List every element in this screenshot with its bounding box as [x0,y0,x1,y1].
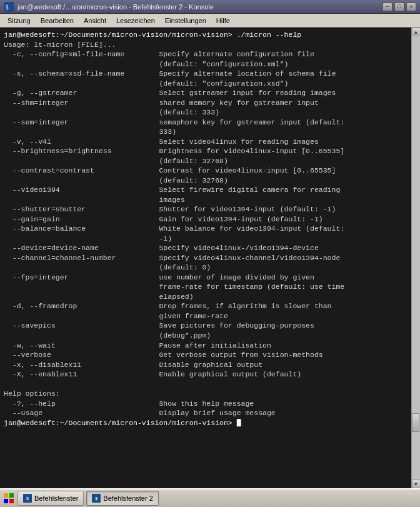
scroll-thumb[interactable] [412,413,419,432]
window-title: jan@wedesoft:/…sion/micron-vision - Befe… [18,3,382,11]
scroll-track[interactable] [412,36,420,479]
scroll-up-arrow[interactable]: ▲ [412,28,421,36]
menu-bar: SitzungBearbeitenAnsichtLesezeichenEinst… [0,14,420,28]
svg-rect-5 [9,499,14,503]
menu-item-ansicht[interactable]: Ansicht [79,16,111,26]
svg-rect-2 [4,493,8,498]
app-icon: $ [4,2,14,12]
scrollbar[interactable]: ▲ ▼ [411,28,420,488]
menu-item-hilfe[interactable]: Hilfe [211,16,235,26]
minimize-button[interactable]: ─ [382,3,392,11]
menu-item-bearbeiten[interactable]: Bearbeiten [36,16,79,26]
taskbar-label-0: Befehlsfenster [34,494,78,502]
svg-rect-3 [9,493,14,498]
taskbar-icon-1: $ [92,494,101,503]
svg-rect-4 [4,499,8,503]
maximize-button[interactable]: □ [394,3,404,11]
close-button[interactable]: ✕ [406,3,416,11]
taskbar-item-1[interactable]: $ Befehlsfenster 2 [86,491,159,506]
scroll-down-arrow[interactable]: ▼ [412,479,421,488]
title-bar: $ jan@wedesoft:/…sion/micron-vision - Be… [0,0,420,14]
taskbar-item-0[interactable]: $ Befehlsfenster [18,491,84,506]
menu-item-lesezeichen[interactable]: Lesezeichen [111,16,160,26]
menu-item-sitzung[interactable]: Sitzung [2,16,36,26]
start-icon [4,493,14,503]
start-area [2,491,15,506]
taskbar-icon-0: $ [23,494,32,503]
terminal-output: jan@wedesoft:~/Documents/micron-vision/m… [4,30,408,428]
menu-item-einstellungen[interactable]: Einstellungen [160,16,211,26]
window-controls: ─ □ ✕ [382,3,416,11]
taskbar: $ Befehlsfenster $ Befehlsfenster 2 [0,488,420,507]
terminal-content[interactable]: jan@wedesoft:~/Documents/micron-vision/m… [0,28,411,488]
terminal-container: jan@wedesoft:~/Documents/micron-vision/m… [0,28,420,488]
svg-text:$: $ [5,4,9,11]
taskbar-label-1: Befehlsfenster 2 [103,494,153,502]
